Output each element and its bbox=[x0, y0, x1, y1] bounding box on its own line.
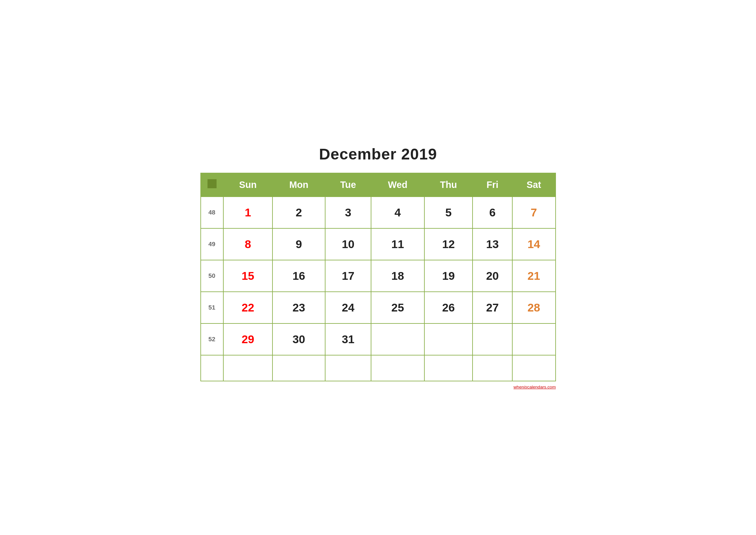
day-cell[interactable]: 22 bbox=[223, 292, 273, 324]
week-number: 48 bbox=[201, 197, 223, 228]
watermark-is: is bbox=[524, 384, 527, 389]
day-cell[interactable]: 20 bbox=[472, 260, 512, 292]
day-cell[interactable] bbox=[512, 324, 555, 355]
day-cell[interactable]: 11 bbox=[371, 228, 424, 260]
blank-cell bbox=[512, 355, 555, 381]
week-row: 49891011121314 bbox=[201, 228, 555, 260]
day-cell[interactable] bbox=[371, 324, 424, 355]
header-wed: Wed bbox=[371, 173, 424, 197]
calendar-table: Sun Mon Tue Wed Thu Fri Sat 481234567498… bbox=[201, 173, 556, 381]
day-cell[interactable]: 7 bbox=[512, 197, 555, 228]
week-number: 50 bbox=[201, 260, 223, 292]
day-cell[interactable]: 15 bbox=[223, 260, 273, 292]
calendar-container: December 2019 Sun Mon Tue Wed Thu Fri Sa… bbox=[201, 145, 556, 390]
header-sun: Sun bbox=[223, 173, 273, 197]
day-cell[interactable]: 8 bbox=[223, 228, 273, 260]
day-cell[interactable]: 16 bbox=[273, 260, 325, 292]
week-number: 51 bbox=[201, 292, 223, 324]
week-number: 49 bbox=[201, 228, 223, 260]
blank-cell bbox=[201, 355, 223, 381]
blank-cell bbox=[424, 355, 473, 381]
day-cell[interactable]: 26 bbox=[424, 292, 473, 324]
week-number: 52 bbox=[201, 324, 223, 355]
blank-cell bbox=[325, 355, 371, 381]
calendar-body: 4812345674989101112131450151617181920215… bbox=[201, 197, 555, 381]
day-cell[interactable]: 6 bbox=[472, 197, 512, 228]
day-cell[interactable]: 19 bbox=[424, 260, 473, 292]
blank-cell bbox=[472, 355, 512, 381]
day-cell[interactable]: 25 bbox=[371, 292, 424, 324]
day-cell[interactable]: 17 bbox=[325, 260, 371, 292]
day-cell[interactable]: 9 bbox=[273, 228, 325, 260]
blank-cell bbox=[273, 355, 325, 381]
day-cell[interactable]: 28 bbox=[512, 292, 555, 324]
day-cell[interactable]: 4 bbox=[371, 197, 424, 228]
week-row: 5122232425262728 bbox=[201, 292, 555, 324]
day-cell[interactable]: 31 bbox=[325, 324, 371, 355]
day-cell[interactable] bbox=[424, 324, 473, 355]
header-fri: Fri bbox=[472, 173, 512, 197]
header-row: Sun Mon Tue Wed Thu Fri Sat bbox=[201, 173, 555, 197]
blank-cell bbox=[371, 355, 424, 381]
day-cell[interactable]: 23 bbox=[273, 292, 325, 324]
day-cell[interactable]: 12 bbox=[424, 228, 473, 260]
calendar-title: December 2019 bbox=[201, 145, 556, 163]
week-row: 52293031 bbox=[201, 324, 555, 355]
day-cell[interactable]: 14 bbox=[512, 228, 555, 260]
day-cell[interactable] bbox=[472, 324, 512, 355]
day-cell[interactable]: 5 bbox=[424, 197, 473, 228]
week-row: 481234567 bbox=[201, 197, 555, 228]
day-cell[interactable]: 27 bbox=[472, 292, 512, 324]
day-cell[interactable]: 10 bbox=[325, 228, 371, 260]
day-cell[interactable]: 18 bbox=[371, 260, 424, 292]
header-thu: Thu bbox=[424, 173, 473, 197]
day-cell[interactable]: 3 bbox=[325, 197, 371, 228]
watermark[interactable]: wheniscalendars.com bbox=[514, 384, 556, 389]
day-cell[interactable]: 30 bbox=[273, 324, 325, 355]
week-num-header bbox=[201, 173, 223, 197]
header-mon: Mon bbox=[273, 173, 325, 197]
blank-row bbox=[201, 355, 555, 381]
watermark-row: wheniscalendars.com bbox=[201, 381, 556, 390]
day-cell[interactable]: 24 bbox=[325, 292, 371, 324]
week-icon bbox=[207, 179, 217, 188]
day-cell[interactable]: 29 bbox=[223, 324, 273, 355]
day-cell[interactable]: 13 bbox=[472, 228, 512, 260]
header-sat: Sat bbox=[512, 173, 555, 197]
week-row: 5015161718192021 bbox=[201, 260, 555, 292]
day-cell[interactable]: 2 bbox=[273, 197, 325, 228]
blank-cell bbox=[223, 355, 273, 381]
header-tue: Tue bbox=[325, 173, 371, 197]
day-cell[interactable]: 21 bbox=[512, 260, 555, 292]
day-cell[interactable]: 1 bbox=[223, 197, 273, 228]
